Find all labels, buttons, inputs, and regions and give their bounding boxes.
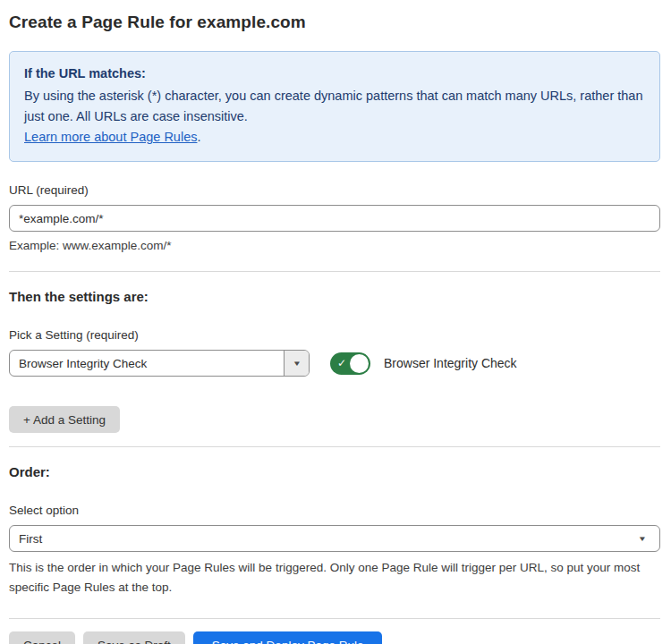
footer-actions: Cancel Save as Draft Save and Deploy Pag… bbox=[9, 631, 660, 644]
url-example-helper: Example: www.example.com/* bbox=[9, 239, 660, 252]
chevron-down-icon: ▼ bbox=[638, 535, 660, 543]
url-match-info-box: If the URL matches: By using the asteris… bbox=[9, 51, 660, 162]
order-select[interactable]: First ▼ bbox=[9, 525, 660, 552]
divider bbox=[9, 618, 660, 619]
info-box-link-line: Learn more about Page Rules. bbox=[24, 127, 645, 148]
url-input[interactable] bbox=[9, 205, 660, 232]
order-section-heading: Order: bbox=[9, 464, 660, 479]
order-helper-text: This is the order in which your Page Rul… bbox=[9, 558, 655, 597]
pick-setting-label: Pick a Setting (required) bbox=[9, 328, 660, 342]
divider bbox=[9, 446, 660, 447]
toggle-group: ✓ Browser Integrity Check bbox=[330, 352, 517, 375]
toggle-label: Browser Integrity Check bbox=[384, 356, 517, 370]
chevron-down-icon: ▼ bbox=[292, 360, 301, 368]
settings-section-heading: Then the settings are: bbox=[9, 289, 660, 304]
setting-select-value: Browser Integrity Check bbox=[10, 357, 284, 370]
add-setting-button[interactable]: + Add a Setting bbox=[9, 406, 120, 433]
check-icon: ✓ bbox=[337, 357, 346, 369]
setting-select[interactable]: Browser Integrity Check ▼ bbox=[9, 350, 310, 377]
setting-row: Browser Integrity Check ▼ ✓ Browser Inte… bbox=[9, 350, 660, 377]
learn-more-link[interactable]: Learn more about Page Rules bbox=[24, 130, 197, 144]
url-field-label: URL (required) bbox=[9, 183, 660, 197]
link-suffix: . bbox=[197, 130, 200, 144]
divider bbox=[9, 271, 660, 272]
setting-select-arrow-button[interactable]: ▼ bbox=[284, 351, 309, 376]
save-deploy-button[interactable]: Save and Deploy Page Rule bbox=[193, 631, 383, 644]
order-select-label: Select option bbox=[9, 504, 660, 517]
toggle-knob bbox=[350, 354, 369, 373]
page-title: Create a Page Rule for example.com bbox=[9, 13, 660, 32]
info-box-body: By using the asterisk (*) character, you… bbox=[24, 86, 645, 127]
browser-integrity-toggle[interactable]: ✓ bbox=[330, 352, 370, 375]
info-box-heading: If the URL matches: bbox=[24, 64, 645, 84]
cancel-button[interactable]: Cancel bbox=[9, 631, 75, 644]
save-draft-button[interactable]: Save as Draft bbox=[83, 631, 185, 644]
order-select-value: First bbox=[10, 532, 641, 546]
